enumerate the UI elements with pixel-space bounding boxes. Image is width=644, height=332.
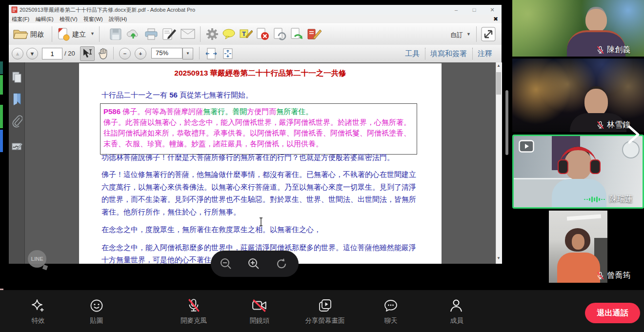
participant-1-head	[585, 9, 607, 32]
zoom-dropdown-arrow[interactable]: ▼	[182, 48, 193, 59]
email-icon[interactable]	[181, 29, 195, 39]
doc-paragraph-3: 在念念之中，度脫眾生，無所著住在救度眾生之相。以無著住之心，	[101, 225, 321, 234]
hand-tool-icon[interactable]	[98, 47, 109, 60]
participant-name: 陳瑞蓮	[609, 194, 633, 204]
acrobat-navbar: ▲ ▼ / 20 − + 75% ▼ 工具 填寫和簽署 注釋	[9, 45, 502, 63]
acrobat-titlebar[interactable]: 20250913華嚴經卷第二十十行品下共修.docx更新.pdf - Adobe…	[9, 5, 502, 15]
text-cursor	[259, 217, 263, 226]
scrollbar-thumb[interactable]	[496, 72, 501, 95]
zoom-out-button[interactable]: −	[119, 48, 131, 59]
text-highlight-icon[interactable]: T	[239, 28, 253, 40]
maximize-button[interactable]: □	[467, 6, 481, 14]
open-button[interactable]: 開啟	[30, 30, 44, 39]
zoom-level-select[interactable]: 75%	[151, 48, 182, 59]
comment-tab[interactable]: 注釋	[478, 49, 492, 59]
share-screen-button[interactable]: 分享螢幕畫面	[298, 298, 352, 325]
participant-4-name-badge: 曾喬筠	[596, 271, 630, 281]
call-toolbar: 特效 貼圖 開麥克風 ^ 開鏡頭 ^ 分享螢幕畫面 聊天 2 成員 3	[0, 290, 644, 332]
tools-tab[interactable]: 工具	[405, 49, 420, 59]
create-pdf-icon[interactable]	[57, 27, 70, 41]
settings-gear-icon[interactable]	[206, 28, 219, 40]
page-number-input[interactable]	[42, 48, 62, 59]
presentation-zoom-out-icon[interactable]	[220, 257, 232, 270]
menu-window[interactable]: 視窗(W)	[83, 16, 103, 23]
scrollbar-down-arrow[interactable]: ▼	[496, 256, 501, 263]
customize-dropdown-arrow[interactable]: ▼	[466, 32, 471, 37]
acrobat-menubar: 檔案(F) 編輯(E) 檢視(V) 視窗(W) 說明(H) ✖	[9, 15, 502, 23]
upload-cloud-icon[interactable]	[126, 28, 141, 40]
sign-document-icon[interactable]	[162, 27, 177, 41]
participant-name: 陳創義	[607, 45, 630, 55]
create-button[interactable]: 建立	[72, 30, 86, 39]
open-file-icon[interactable]	[13, 27, 28, 41]
effects-sparkle-icon	[31, 298, 45, 313]
camera-button[interactable]: 開鏡頭	[242, 298, 277, 325]
mic-muted-icon	[596, 46, 604, 54]
forms-edit-icon[interactable]	[307, 27, 322, 41]
acrobat-sidebar	[9, 62, 25, 264]
zoom-in-button[interactable]: +	[135, 48, 146, 59]
save-icon[interactable]	[109, 28, 122, 40]
video-panel-scrollbar[interactable]	[505, 90, 508, 155]
participant-1-name-badge: 陳創義	[596, 45, 630, 55]
create-dropdown-arrow[interactable]: ▼	[90, 31, 95, 36]
quote-line-1: P586 佛子。何等為菩薩摩訶薩無著行。善開方便門而無所著住。	[103, 106, 414, 117]
chat-button[interactable]: 聊天	[375, 298, 406, 325]
edge-strip-green-1	[0, 75, 3, 95]
fill-sign-tab[interactable]: 填寫和簽署	[430, 49, 467, 59]
print-icon[interactable]	[144, 28, 158, 40]
export-icon[interactable]	[290, 27, 303, 41]
participant-4-torso	[557, 253, 600, 283]
acrobat-toolbar: 開啟 建立 ▼ T 自訂 ▼	[9, 23, 502, 46]
menu-view[interactable]: 檢視(V)	[60, 16, 78, 23]
members-label: 成員	[450, 316, 463, 325]
minimize-button[interactable]: –	[449, 6, 463, 14]
doc-quote-box: P586 佛子。何等為菩薩摩訶薩無著行。善開方便門而無所著住。 佛子。此菩薩以無…	[100, 103, 417, 155]
participant-3-earcup-right	[590, 159, 601, 174]
fullscreen-icon[interactable]	[481, 27, 496, 41]
scan-ocr-icon[interactable]	[273, 27, 286, 41]
previous-page-button[interactable]: ▲	[12, 48, 23, 59]
sticker-smiley-icon	[89, 298, 104, 313]
menu-file[interactable]: 檔案(F)	[12, 16, 29, 23]
signatures-icon[interactable]	[11, 140, 23, 152]
microphone-button[interactable]: 開麥克風	[174, 298, 213, 325]
comment-bubble-icon[interactable]	[222, 29, 236, 39]
page-thumbnails-icon[interactable]	[12, 71, 22, 83]
menu-help[interactable]: 說明(H)	[109, 16, 127, 23]
select-tool-button[interactable]	[80, 46, 95, 61]
doc-paragraph-2-line-4: 著住。他所行所作，無住於心，行所無事。	[101, 208, 241, 217]
document-page[interactable]: 20250913 華嚴經卷第二十十行品第二十一之一共修 十行品二十一之一有 56…	[79, 63, 442, 264]
doc-intro-page-count: 56	[169, 91, 178, 99]
next-page-button[interactable]: ▼	[26, 48, 38, 59]
share-screen-icon	[318, 298, 332, 313]
bookmarks-icon[interactable]	[12, 93, 22, 105]
leave-call-button[interactable]: 退出通話	[585, 303, 640, 323]
scrollbar-up-arrow[interactable]: ▲	[496, 63, 501, 70]
customize-button[interactable]: 自訂	[450, 31, 463, 39]
members-button[interactable]: 成員	[441, 298, 472, 325]
close-button[interactable]: ✕	[485, 6, 499, 14]
effects-button[interactable]: 特效	[22, 298, 54, 325]
stickers-button[interactable]: 貼圖	[81, 298, 112, 325]
edge-strip-green-2	[0, 105, 3, 128]
toolbar-close-icon[interactable]: ✖	[493, 16, 498, 22]
fit-width-icon[interactable]	[205, 47, 218, 60]
effects-label: 特效	[32, 316, 45, 325]
chat-bubble-icon	[383, 298, 398, 313]
stickers-label: 貼圖	[90, 316, 103, 325]
speaking-waveform-icon	[584, 195, 607, 203]
presentation-zoom-in-icon[interactable]	[247, 257, 260, 270]
next-participants-chevron-icon[interactable]	[626, 125, 641, 144]
doc-intro-line: 十行品二十一之一有 56 頁從第七無著行開始。	[101, 91, 253, 100]
video-play-icon[interactable]	[519, 140, 534, 153]
attachments-icon[interactable]	[12, 115, 22, 130]
edge-strip-teal	[0, 61, 3, 74]
mic-muted-icon	[596, 121, 604, 129]
fit-page-icon[interactable]	[221, 47, 234, 60]
delete-pages-icon[interactable]	[256, 27, 269, 41]
presentation-rotate-icon[interactable]	[275, 257, 288, 270]
participant-2-head	[584, 89, 608, 116]
menu-edit[interactable]: 編輯(E)	[36, 16, 54, 23]
camera-muted-icon	[252, 298, 267, 313]
